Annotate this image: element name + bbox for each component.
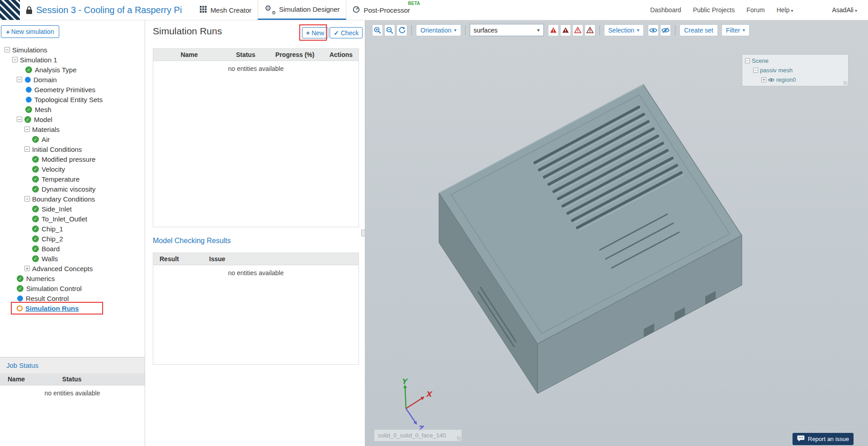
tree-item-initial-conditions[interactable]: −Initial Conditions bbox=[0, 144, 145, 154]
tab-mesh-creator[interactable]: Mesh Creator bbox=[193, 0, 258, 20]
help-menu[interactable]: Help▾ bbox=[777, 6, 793, 14]
tree-item-air[interactable]: ✓Air bbox=[0, 134, 145, 144]
column-header: Result bbox=[153, 255, 205, 263]
render-mode-select[interactable]: surfaces▼ bbox=[470, 24, 544, 36]
collapse-icon[interactable]: − bbox=[24, 127, 30, 132]
toolbar-divider bbox=[411, 25, 412, 35]
tree-item-geometry-primitives[interactable]: Geometry Primitives bbox=[0, 85, 145, 94]
reset-view-button[interactable] bbox=[396, 24, 407, 36]
tree-item-label: Simulation Control bbox=[26, 285, 82, 292]
tree-item-mesh[interactable]: ✓Mesh bbox=[0, 104, 145, 114]
zoom-in-button[interactable] bbox=[372, 24, 383, 36]
collapse-icon[interactable]: − bbox=[24, 196, 30, 202]
link-public-projects[interactable]: Public Projects bbox=[693, 6, 735, 14]
raspberry-pi-case-model[interactable] bbox=[439, 85, 742, 394]
scene-tree-label: passiv mesh bbox=[760, 67, 793, 74]
normals-warning-button-3[interactable] bbox=[572, 24, 583, 36]
check-status-icon: ✓ bbox=[17, 285, 24, 292]
tree-item-numerics[interactable]: ✓Numerics bbox=[0, 273, 145, 283]
normals-warning-button-1[interactable] bbox=[548, 24, 559, 36]
tree-item-walls[interactable]: ✓Walls bbox=[0, 254, 145, 263]
user-menu[interactable]: AsadAli▾ bbox=[832, 6, 858, 14]
grid-icon bbox=[200, 6, 207, 14]
tree-item-board[interactable]: ✓Board bbox=[0, 244, 145, 254]
tree-item-label: Air bbox=[42, 136, 50, 143]
zoom-out-button[interactable] bbox=[384, 24, 395, 36]
new-run-button[interactable]: + New bbox=[302, 27, 328, 38]
session-title: Session 3 - Cooling of a Rasperry Pi bbox=[36, 5, 182, 15]
scene-tree-item-passiv-mesh[interactable]: − passiv mesh bbox=[742, 66, 848, 75]
tree-item-topological-entity-sets[interactable]: Topological Entity Sets bbox=[0, 94, 145, 104]
tab-label: Simulation Designer bbox=[279, 5, 340, 13]
check-status-icon: ✓ bbox=[32, 176, 39, 183]
hide-selected-button[interactable] bbox=[660, 24, 671, 36]
expand-icon[interactable]: + bbox=[24, 266, 30, 271]
collapse-icon[interactable]: − bbox=[5, 47, 10, 52]
tree-item-side-inlet[interactable]: ✓Side_Inlet bbox=[0, 204, 145, 214]
show-selected-button[interactable] bbox=[648, 24, 659, 36]
collapse-icon[interactable]: − bbox=[753, 68, 758, 73]
zoom-out-icon bbox=[386, 27, 393, 34]
scene-tree-item-region0[interactable]: + region0 bbox=[742, 75, 848, 85]
tree-item-analysis-type[interactable]: ✓Analysis Type bbox=[0, 65, 145, 75]
tree-item-result-control[interactable]: Result Control bbox=[0, 293, 145, 303]
orientation-dropdown[interactable]: Orientation▾ bbox=[416, 24, 461, 36]
collapse-icon[interactable]: − bbox=[24, 146, 30, 152]
column-header: Issue bbox=[205, 255, 226, 263]
tree-item-boundary-conditions[interactable]: −Boundary Conditions bbox=[0, 194, 145, 204]
filter-dropdown[interactable]: Filter▾ bbox=[722, 24, 750, 36]
tree-item-simulations[interactable]: −Simulations bbox=[0, 45, 145, 55]
tree-item-dynamic-viscosity[interactable]: ✓Dynamic viscosity bbox=[0, 184, 145, 194]
resize-grip-icon[interactable] bbox=[457, 437, 461, 441]
tab-simulation-designer[interactable]: ⚙⚙ Simulation Designer bbox=[258, 0, 346, 20]
column-header: Status bbox=[62, 376, 82, 383]
panel-splitter-handle[interactable] bbox=[361, 230, 365, 236]
scene-tree-item-scene[interactable]: − Scene bbox=[742, 56, 848, 66]
new-simulation-button[interactable]: + New simulation bbox=[1, 25, 59, 38]
job-status-empty: no entities available bbox=[0, 385, 145, 397]
collapse-icon[interactable]: − bbox=[17, 117, 22, 122]
normals-warning-button-4[interactable] bbox=[585, 24, 595, 36]
tree-item-to-inlet-outlet[interactable]: ✓To_Inlet_Outlet bbox=[0, 214, 145, 224]
viewport-3d[interactable]: Y X Z Orientation▾ bbox=[365, 20, 868, 446]
report-issue-button[interactable]: Report an issue bbox=[793, 433, 854, 445]
tree-item-modified-pressure[interactable]: ✓Modified pressure bbox=[0, 154, 145, 164]
selection-dropdown[interactable]: Selection▾ bbox=[604, 24, 644, 36]
link-dashboard[interactable]: Dashboard bbox=[650, 6, 681, 14]
collapse-icon[interactable]: − bbox=[17, 77, 22, 82]
resize-grip-icon[interactable] bbox=[844, 81, 848, 85]
tree-item-chip-2[interactable]: ✓Chip_2 bbox=[0, 234, 145, 244]
tree-item-chip-1[interactable]: ✓Chip_1 bbox=[0, 224, 145, 234]
check-button[interactable]: ✓ Check bbox=[330, 27, 363, 38]
app-logo[interactable] bbox=[0, 0, 20, 20]
check-status-icon: ✓ bbox=[25, 106, 32, 113]
tree-item-domain[interactable]: −Domain bbox=[0, 75, 145, 85]
eye-icon[interactable] bbox=[768, 78, 774, 82]
link-forum[interactable]: Forum bbox=[746, 6, 764, 14]
create-set-button[interactable]: Create set bbox=[679, 24, 718, 36]
axis-gizmo[interactable]: Y X Z bbox=[401, 377, 433, 433]
tree-item-simulation-runs[interactable]: Simulation Runs bbox=[0, 303, 145, 313]
runs-table: Name Status Progress (%) Actions no enti… bbox=[153, 48, 359, 227]
check-status-icon: ✓ bbox=[32, 166, 39, 173]
select-arrow-icon: ▼ bbox=[537, 28, 541, 33]
check-status-icon: ✓ bbox=[24, 116, 31, 123]
dot-status-icon bbox=[17, 296, 23, 301]
tree-item-label: Simulations bbox=[12, 46, 47, 54]
tree-item-temperature[interactable]: ✓Temperature bbox=[0, 174, 145, 184]
collapse-icon[interactable]: − bbox=[745, 58, 750, 63]
scene-tree-panel[interactable]: − Scene − passiv mesh + region0 bbox=[742, 54, 849, 86]
tree-item-advanced-concepts[interactable]: +Advanced Concepts bbox=[0, 263, 145, 273]
tree-item-model[interactable]: −✓Model bbox=[0, 114, 145, 124]
tree-item-velocity[interactable]: ✓Velocity bbox=[0, 164, 145, 174]
tree-item-simulation-1[interactable]: −Simulation 1 bbox=[0, 55, 145, 65]
tree-item-materials[interactable]: −Materials bbox=[0, 124, 145, 134]
tree-item-simulation-control[interactable]: ✓Simulation Control bbox=[0, 283, 145, 293]
expand-icon[interactable]: + bbox=[761, 77, 766, 82]
tree-item-label: Side_Inlet bbox=[42, 205, 72, 213]
app-header: Session 3 - Cooling of a Rasperry Pi Mes… bbox=[0, 0, 868, 20]
collapse-icon[interactable]: − bbox=[12, 57, 18, 62]
normals-warning-button-2[interactable] bbox=[560, 24, 571, 36]
tab-post-processor[interactable]: Post-Processor BETA bbox=[346, 0, 416, 20]
check-status-icon: ✓ bbox=[32, 216, 39, 222]
